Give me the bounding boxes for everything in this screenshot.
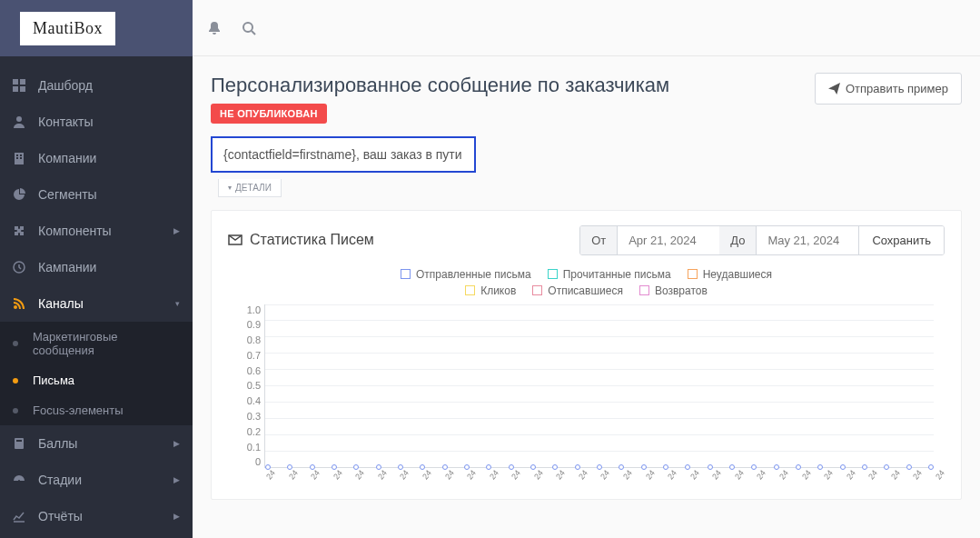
x-tick: 24 — [934, 475, 941, 481]
grid-icon — [13, 79, 29, 92]
y-tick: 0.7 — [228, 350, 261, 361]
sidebar-item-reports[interactable]: Отчёты ▶ — [0, 498, 193, 534]
sidebar-item-contacts[interactable]: Контакты — [0, 104, 193, 140]
data-point — [442, 464, 448, 470]
legend-item[interactable]: Возвратов — [639, 284, 708, 297]
date-to-input[interactable] — [757, 226, 858, 254]
x-tick: 24 — [666, 475, 673, 481]
details-toggle[interactable]: ▾ ДЕТАЛИ — [218, 179, 282, 197]
x-tick: 24 — [264, 475, 272, 481]
x-tick: 24 — [332, 475, 339, 481]
chevron-down-icon: ▾ — [175, 299, 180, 308]
x-tick: 24 — [554, 475, 561, 481]
bell-icon[interactable] — [207, 21, 222, 35]
svg-rect-6 — [16, 154, 18, 156]
sidebar-item-companies[interactable]: Компании — [0, 140, 193, 176]
y-tick: 0.8 — [228, 334, 261, 345]
chart-x-axis: 2424242424242424242424242424242424242424… — [264, 475, 934, 484]
data-point — [729, 464, 735, 470]
date-from-input[interactable] — [618, 226, 719, 254]
sidebar-item-channels[interactable]: Каналы ▾ — [0, 285, 193, 322]
data-point — [817, 464, 823, 470]
data-point — [530, 464, 536, 470]
sidebar-item-segments[interactable]: Сегменты — [0, 176, 193, 213]
status-badge: НЕ ОПУБЛИКОВАН — [211, 104, 327, 124]
email-subject-box[interactable]: {contactfield=firstname}, ваш заказ в пу… — [211, 136, 476, 173]
sidebar-subitem-emails[interactable]: Письма — [0, 365, 193, 395]
svg-rect-2 — [13, 86, 18, 92]
x-tick: 24 — [532, 475, 539, 481]
data-point — [641, 464, 647, 470]
sidebar-item-dashboard[interactable]: Дашборд — [0, 67, 193, 104]
y-tick: 0.1 — [228, 442, 261, 453]
data-point — [509, 464, 514, 470]
legend-label: Возвратов — [655, 284, 708, 297]
y-tick: 0.2 — [228, 426, 261, 437]
svg-rect-13 — [16, 440, 22, 442]
svg-rect-7 — [20, 154, 22, 156]
page-head: Персонализированное сообщение по заказчи… — [211, 73, 962, 124]
sidebar-subitem-label: Письма — [33, 374, 74, 387]
sidebar-subitem-label: Маркетинговые сообщения — [33, 330, 180, 357]
x-tick: 24 — [710, 475, 718, 481]
legend-label: Кликов — [480, 284, 516, 297]
rss-icon — [13, 297, 29, 310]
data-point — [796, 464, 801, 470]
sidebar-item-points[interactable]: Баллы ▶ — [0, 425, 193, 462]
building-icon — [13, 152, 29, 164]
y-tick: 0.3 — [228, 411, 261, 422]
legend-swatch — [401, 269, 411, 279]
sidebar-item-label: Баллы — [38, 436, 77, 451]
svg-point-14 — [18, 480, 20, 482]
data-point — [663, 464, 668, 470]
sidebar-item-campaigns[interactable]: Кампании — [0, 249, 193, 285]
sidebar-nav: Дашборд Контакты Компании Сегменты — [0, 56, 193, 534]
sidebar-item-label: Каналы — [38, 296, 84, 311]
data-point — [619, 464, 624, 470]
y-tick: 0.5 — [228, 380, 261, 391]
sidebar-item-components[interactable]: Компоненты ▶ — [0, 213, 193, 249]
caret-down-icon: ▾ — [228, 184, 232, 192]
details-label: ДЕТАЛИ — [235, 183, 272, 193]
chart-plot — [264, 304, 934, 468]
svg-rect-5 — [15, 153, 24, 164]
data-point — [575, 464, 580, 470]
legend-item[interactable]: Прочитанные письма — [548, 268, 671, 281]
y-tick: 0 — [228, 456, 261, 467]
chart-y-axis: 1.00.90.80.70.60.50.40.30.20.10 — [228, 304, 261, 468]
x-tick: 24 — [287, 475, 294, 481]
legend-item[interactable]: Кликов — [465, 284, 516, 297]
svg-point-15 — [243, 23, 252, 32]
paper-plane-icon — [828, 83, 840, 95]
puzzle-icon — [13, 224, 29, 237]
stats-card: Статистика Писем От До Сохранить Отправл… — [211, 210, 962, 500]
y-tick: 0.9 — [228, 319, 261, 330]
data-point — [708, 464, 713, 470]
x-tick: 24 — [353, 475, 361, 481]
x-tick: 24 — [688, 475, 696, 481]
x-tick: 24 — [755, 475, 762, 481]
legend-item[interactable]: Неудавшиеся — [688, 268, 772, 281]
sidebar-channels-submenu: Маркетинговые сообщения Письма Focus-эле… — [0, 322, 193, 425]
svg-point-11 — [14, 305, 17, 309]
chevron-right-icon: ▶ — [173, 475, 180, 484]
sidebar-item-stages[interactable]: Стадии ▶ — [0, 462, 193, 498]
send-example-button[interactable]: Отправить пример — [815, 73, 962, 105]
legend-item[interactable]: Отписавшиеся — [532, 284, 623, 297]
date-range: От До Сохранить — [579, 225, 945, 255]
date-save-button[interactable]: Сохранить — [858, 226, 944, 254]
data-point — [685, 464, 690, 470]
data-point — [774, 464, 779, 470]
date-from-label: От — [580, 226, 618, 254]
x-tick: 24 — [777, 475, 785, 481]
search-icon[interactable] — [242, 21, 256, 35]
data-point — [597, 464, 602, 470]
chevron-right-icon: ▶ — [173, 439, 180, 448]
sidebar-subitem-marketing-messages[interactable]: Маркетинговые сообщения — [0, 322, 193, 365]
send-example-label: Отправить пример — [846, 82, 948, 95]
sidebar-subitem-focus[interactable]: Focus-элементы — [0, 395, 193, 425]
logo[interactable]: MautiBox — [20, 12, 115, 45]
chart-zero-line — [265, 462, 934, 467]
legend-item[interactable]: Отправленные письма — [401, 268, 531, 281]
data-point — [751, 464, 757, 470]
